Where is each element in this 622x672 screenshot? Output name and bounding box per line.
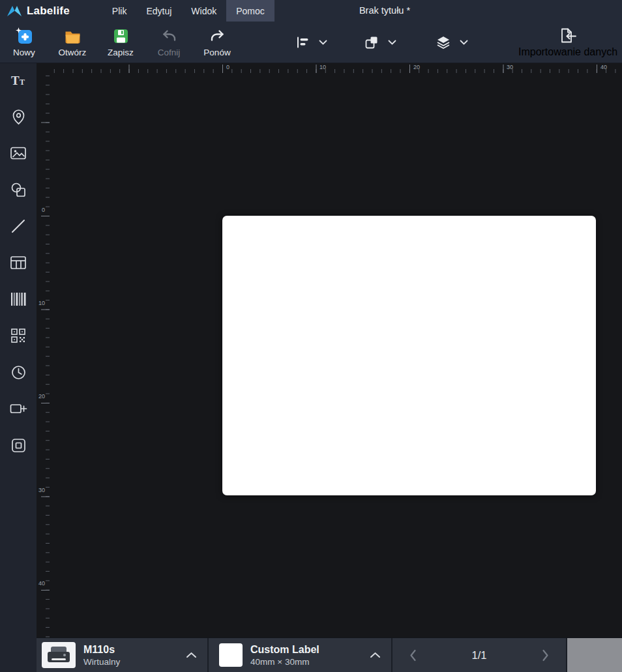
line-icon — [9, 217, 27, 235]
table-icon — [9, 254, 27, 272]
canvas-area[interactable] — [50, 73, 622, 637]
shapes-icon — [10, 181, 27, 199]
redo-button-label: Ponów — [203, 48, 230, 57]
undo-button[interactable]: Cofnij — [145, 23, 193, 62]
tool-image[interactable] — [9, 144, 27, 162]
next-page-button[interactable] — [542, 649, 549, 662]
ruler-label: 30 — [507, 64, 513, 70]
tool-location[interactable] — [9, 108, 27, 126]
printer-info: M110s Wirtualny — [83, 644, 120, 667]
svg-text:T: T — [20, 78, 25, 87]
redo-icon — [209, 27, 226, 45]
document-title: Brak tytułu * — [359, 0, 410, 22]
ruler-label: 40 — [600, 64, 607, 70]
open-button[interactable]: Otwórz — [48, 23, 96, 62]
insert-field-icon — [9, 400, 27, 418]
open-button-label: Otwórz — [59, 48, 87, 57]
tool-qrcode[interactable] — [9, 327, 27, 345]
open-folder-icon — [64, 27, 81, 45]
label-info: Custom Label 40mm × 30mm — [250, 644, 319, 667]
border-icon — [10, 437, 27, 454]
import-data-icon — [559, 27, 577, 44]
label-swatch — [219, 643, 243, 667]
status-bar: M110s Wirtualny Custom Label 40mm × 30mm… — [37, 637, 622, 672]
ruler-label: 20 — [413, 64, 420, 70]
printer-mode: Wirtualny — [83, 657, 120, 667]
new-icon — [16, 27, 33, 45]
ruler-label: 20 — [38, 393, 45, 400]
ruler-label: 40 — [38, 580, 45, 587]
arrange-dropdown[interactable] — [356, 23, 404, 62]
label-size: 40mm × 30mm — [250, 657, 319, 667]
image-icon — [9, 144, 27, 162]
tool-time[interactable] — [9, 363, 27, 381]
tool-sidebar: T T — [0, 63, 37, 672]
barcode-icon — [9, 290, 27, 308]
undo-button-label: Cofnij — [158, 48, 181, 57]
tool-line[interactable] — [9, 217, 27, 235]
labelife-app: Labelife Plik Edytuj Widok Pomoc Brak ty… — [0, 0, 622, 672]
menu-item-edytuj[interactable]: Edytuj — [136, 0, 181, 22]
printer-thumbnail — [42, 642, 76, 668]
save-button-label: Zapisz — [108, 48, 134, 57]
redo-button[interactable]: Ponów — [193, 23, 241, 62]
layers-icon — [436, 35, 451, 50]
chevron-down-icon — [388, 40, 396, 45]
layers-dropdown[interactable] — [428, 23, 476, 62]
tool-insert-field[interactable] — [9, 400, 27, 418]
menu-item-widok[interactable]: Widok — [181, 0, 226, 22]
clock-icon — [10, 364, 27, 381]
svg-text:T: T — [11, 74, 20, 87]
logo-icon — [7, 5, 22, 18]
ruler-label: 10 — [38, 300, 45, 306]
menu-item-plik[interactable]: Plik — [102, 0, 137, 22]
chevron-up-icon — [370, 652, 381, 658]
tool-shapes[interactable] — [9, 181, 27, 199]
tool-table[interactable] — [9, 254, 27, 272]
align-dropdown[interactable] — [287, 23, 335, 62]
import-data-label: Importowanie danych — [518, 46, 617, 58]
label-name: Custom Label — [250, 644, 319, 656]
ruler-label: 0 — [226, 64, 230, 70]
menu-bar: Labelife Plik Edytuj Widok Pomoc Brak ty… — [0, 0, 622, 22]
printer-selector[interactable]: M110s Wirtualny — [37, 638, 207, 672]
vertical-ruler: 0 10 20 30 40 — [37, 73, 50, 637]
app-logo: Labelife — [0, 5, 70, 18]
chevron-down-icon — [460, 40, 468, 45]
tool-barcode[interactable] — [9, 290, 27, 308]
import-data-button[interactable]: Importowanie danych — [516, 23, 619, 62]
printer-name: M110s — [83, 644, 120, 656]
qrcode-icon — [9, 327, 27, 345]
ruler-label: 30 — [38, 487, 45, 493]
chevron-up-icon — [186, 652, 197, 658]
text-icon: T T — [9, 71, 27, 89]
label-selector[interactable]: Custom Label 40mm × 30mm — [207, 638, 391, 672]
tool-border[interactable] — [9, 436, 27, 454]
previous-page-button[interactable] — [409, 649, 417, 662]
chevron-down-icon — [319, 40, 327, 45]
menu-item-pomoc[interactable]: Pomoc — [226, 0, 274, 22]
undo-icon — [160, 27, 178, 45]
label-design-surface[interactable] — [222, 216, 596, 495]
new-button[interactable]: Nowy — [0, 23, 48, 62]
toolbar: Nowy Otwórz Zapisz — [0, 22, 622, 63]
save-floppy-icon — [112, 27, 130, 45]
ruler-label: 0 — [42, 207, 45, 213]
ruler-label: 10 — [319, 64, 326, 70]
page-navigation: 1/1 — [391, 638, 566, 672]
save-button[interactable]: Zapisz — [96, 23, 145, 62]
new-button-label: Nowy — [13, 48, 35, 57]
arrange-icon — [364, 35, 379, 50]
align-icon — [295, 35, 310, 50]
app-name: Labelife — [27, 5, 70, 18]
canvas-horizontal-scrollbar[interactable] — [566, 638, 622, 672]
menu-items: Plik Edytuj Widok Pomoc — [102, 0, 274, 22]
tool-text[interactable]: T T — [9, 71, 27, 89]
page-indicator: 1/1 — [472, 649, 487, 662]
horizontal-ruler: 0 10 20 30 40 — [50, 63, 622, 73]
location-pin-icon — [10, 108, 27, 126]
ruler-corner — [37, 63, 50, 73]
